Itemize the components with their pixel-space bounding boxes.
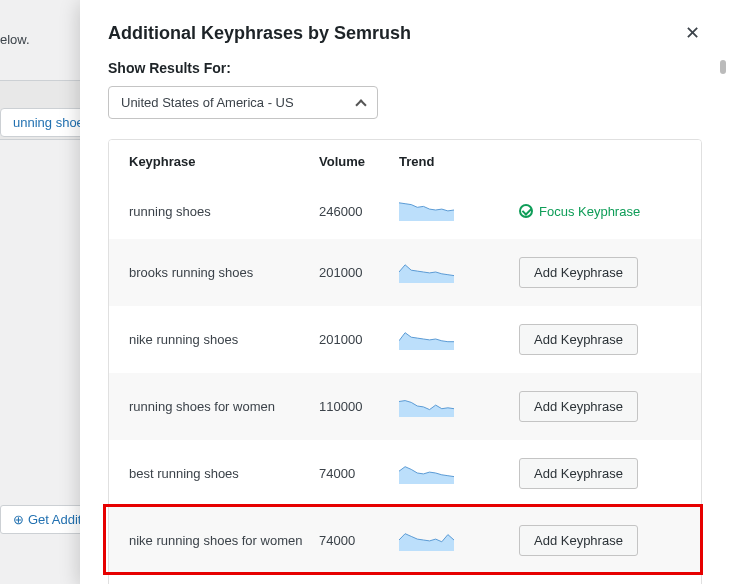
background-hint-text: elow. (0, 32, 30, 47)
volume-cell: 110000 (319, 399, 399, 414)
table-row: running shoes for men74000Add Keyphrase (109, 574, 701, 584)
trend-cell (399, 263, 509, 283)
modal-body: Show Results For: United States of Ameri… (80, 60, 730, 584)
keyphrase-cell: nike running shoes (129, 332, 319, 347)
modal-header: Additional Keyphrases by Semrush ✕ (80, 0, 730, 60)
action-cell: Focus Keyphrase (509, 204, 681, 219)
action-cell: Add Keyphrase (509, 257, 681, 288)
trend-cell (399, 464, 509, 484)
trend-cell (399, 330, 509, 350)
show-results-label: Show Results For: (108, 60, 702, 76)
keyphrases-modal: Additional Keyphrases by Semrush ✕ Show … (80, 0, 730, 584)
action-cell: Add Keyphrase (509, 525, 681, 556)
check-circle-icon (519, 204, 533, 218)
close-button[interactable]: ✕ (677, 18, 708, 48)
keyphrase-cell: nike running shoes for women (129, 533, 319, 548)
keyphrase-cell: brooks running shoes (129, 265, 319, 280)
chevron-up-icon (355, 99, 366, 110)
add-keyphrase-button[interactable]: Add Keyphrase (519, 525, 638, 556)
col-keyphrase: Keyphrase (129, 154, 319, 169)
add-keyphrase-button[interactable]: Add Keyphrase (519, 324, 638, 355)
action-cell: Add Keyphrase (509, 324, 681, 355)
country-dropdown[interactable]: United States of America - US (108, 86, 378, 119)
table-header: Keyphrase Volume Trend (109, 140, 701, 183)
volume-cell: 246000 (319, 204, 399, 219)
close-icon: ✕ (685, 23, 700, 43)
volume-cell: 201000 (319, 332, 399, 347)
country-value: United States of America - US (121, 95, 294, 110)
col-trend: Trend (399, 154, 509, 169)
keyphrase-cell: best running shoes (129, 466, 319, 481)
volume-cell: 201000 (319, 265, 399, 280)
col-action (509, 154, 681, 169)
focus-keyphrase-label: Focus Keyphrase (539, 204, 640, 219)
trend-cell (399, 201, 509, 221)
table-row: running shoes for women110000Add Keyphra… (109, 373, 701, 440)
modal-title: Additional Keyphrases by Semrush (108, 23, 411, 44)
add-keyphrase-button[interactable]: Add Keyphrase (519, 391, 638, 422)
col-volume: Volume (319, 154, 399, 169)
volume-cell: 74000 (319, 533, 399, 548)
trend-cell (399, 397, 509, 417)
table-row: brooks running shoes201000Add Keyphrase (109, 239, 701, 306)
table-row: running shoes246000Focus Keyphrase (109, 183, 701, 239)
keyphrase-cell: running shoes (129, 204, 319, 219)
action-cell: Add Keyphrase (509, 391, 681, 422)
keyphrase-table: Keyphrase Volume Trend running shoes2460… (108, 139, 702, 584)
volume-cell: 74000 (319, 466, 399, 481)
add-keyphrase-button[interactable]: Add Keyphrase (519, 257, 638, 288)
keyphrase-cell: running shoes for women (129, 399, 319, 414)
table-row: best running shoes74000Add Keyphrase (109, 440, 701, 507)
add-keyphrase-button[interactable]: Add Keyphrase (519, 458, 638, 489)
plus-icon: ⊕ (13, 512, 24, 527)
table-row: nike running shoes201000Add Keyphrase (109, 306, 701, 373)
action-cell: Add Keyphrase (509, 458, 681, 489)
get-additional-label: Get Additi (28, 512, 84, 527)
focus-keyphrase-badge: Focus Keyphrase (519, 204, 640, 219)
table-row: nike running shoes for women74000Add Key… (109, 507, 701, 574)
trend-cell (399, 531, 509, 551)
